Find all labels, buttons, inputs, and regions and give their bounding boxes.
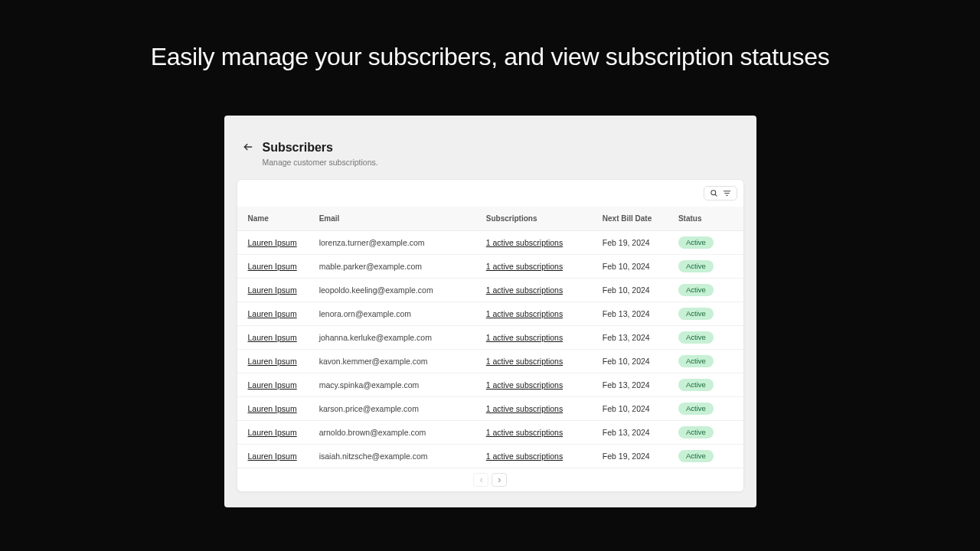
page-header: Subscribers Manage customer subscription…	[237, 140, 744, 179]
subscriptions-link[interactable]: 1 active subscriptions	[486, 380, 563, 390]
col-header-email[interactable]: Email	[313, 207, 480, 231]
status-badge: Active	[678, 450, 714, 462]
table-row: Lauren Ipsumisaiah.nitzsche@example.com1…	[237, 444, 743, 468]
status-badge: Active	[678, 426, 714, 439]
subscriber-email: lorenza.turner@example.com	[313, 230, 480, 254]
next-bill-date: Feb 10, 2024	[596, 278, 672, 302]
chevron-left-icon	[478, 473, 485, 487]
page-subtitle: Manage customer subscriptions.	[263, 158, 378, 167]
status-badge: Active	[678, 260, 714, 272]
hero-title: Easily manage your subscribers, and view…	[0, 0, 980, 71]
table-row: Lauren Ipsummacy.spinka@example.com1 act…	[237, 373, 743, 396]
next-bill-date: Feb 19, 2024	[596, 444, 672, 468]
subscriber-email: lenora.orn@example.com	[313, 302, 480, 325]
table-row: Lauren Ipsumkavon.kemmer@example.com1 ac…	[237, 349, 743, 373]
app-window: Subscribers Manage customer subscription…	[224, 116, 756, 507]
col-header-next-bill[interactable]: Next Bill Date	[596, 207, 672, 231]
pagination	[237, 468, 743, 491]
next-bill-date: Feb 13, 2024	[596, 420, 672, 444]
table-row: Lauren Ipsumkarson.price@example.com1 ac…	[237, 396, 743, 420]
subscriber-email: johanna.kerluke@example.com	[313, 325, 480, 349]
subscriber-email: leopoldo.keeling@example.com	[313, 278, 480, 302]
status-badge: Active	[678, 331, 714, 344]
subscriptions-link[interactable]: 1 active subscriptions	[486, 238, 563, 247]
table-row: Lauren Ipsummable.parker@example.com1 ac…	[237, 254, 743, 278]
subscriber-email: mable.parker@example.com	[313, 254, 480, 278]
next-bill-date: Feb 13, 2024	[596, 373, 672, 396]
table-row: Lauren Ipsumlenora.orn@example.com1 acti…	[237, 302, 743, 325]
subscriber-name-link[interactable]: Lauren Ipsum	[248, 404, 297, 413]
subscribers-card: Name Email Subscriptions Next Bill Date …	[237, 179, 744, 492]
next-bill-date: Feb 13, 2024	[596, 302, 672, 325]
status-badge: Active	[678, 308, 714, 320]
subscriber-email: macy.spinka@example.com	[313, 373, 480, 396]
subscriber-email: isaiah.nitzsche@example.com	[313, 444, 480, 468]
subscriptions-link[interactable]: 1 active subscriptions	[486, 357, 563, 366]
status-badge: Active	[678, 284, 714, 296]
table-toolbar	[237, 180, 743, 207]
table-header-row: Name Email Subscriptions Next Bill Date …	[237, 207, 743, 231]
table-row: Lauren Ipsumlorenza.turner@example.com1 …	[237, 230, 743, 254]
subscriptions-link[interactable]: 1 active subscriptions	[486, 333, 563, 342]
page-title: Subscribers	[263, 140, 378, 156]
page-next-button[interactable]	[492, 473, 507, 487]
next-bill-date: Feb 10, 2024	[596, 396, 672, 420]
subscriber-name-link[interactable]: Lauren Ipsum	[248, 428, 297, 437]
col-header-subscriptions[interactable]: Subscriptions	[480, 207, 596, 231]
subscriber-name-link[interactable]: Lauren Ipsum	[248, 309, 297, 318]
subscriber-name-link[interactable]: Lauren Ipsum	[248, 357, 297, 366]
subscriber-email: arnoldo.brown@example.com	[313, 420, 480, 444]
table-row: Lauren Ipsumleopoldo.keeling@example.com…	[237, 278, 743, 302]
subscriber-name-link[interactable]: Lauren Ipsum	[248, 452, 297, 461]
subscribers-table: Name Email Subscriptions Next Bill Date …	[237, 207, 743, 468]
chevron-right-icon	[496, 473, 503, 487]
search-icon	[710, 189, 718, 197]
page-prev-button[interactable]	[473, 473, 488, 487]
subscriptions-link[interactable]: 1 active subscriptions	[486, 309, 563, 318]
next-bill-date: Feb 10, 2024	[596, 349, 672, 373]
subscriber-name-link[interactable]: Lauren Ipsum	[248, 285, 297, 295]
search-filter-button[interactable]	[704, 186, 737, 201]
status-badge: Active	[678, 236, 714, 249]
status-badge: Active	[678, 379, 714, 391]
subscriber-email: karson.price@example.com	[313, 396, 480, 420]
next-bill-date: Feb 13, 2024	[596, 325, 672, 349]
next-bill-date: Feb 10, 2024	[596, 254, 672, 278]
subscriptions-link[interactable]: 1 active subscriptions	[486, 404, 563, 413]
table-row: Lauren Ipsumarnoldo.brown@example.com1 a…	[237, 420, 743, 444]
subscriber-name-link[interactable]: Lauren Ipsum	[248, 380, 297, 390]
col-header-name[interactable]: Name	[237, 207, 313, 231]
col-header-status[interactable]: Status	[672, 207, 743, 231]
table-row: Lauren Ipsumjohanna.kerluke@example.com1…	[237, 325, 743, 349]
subscriber-name-link[interactable]: Lauren Ipsum	[248, 262, 297, 271]
status-badge: Active	[678, 403, 714, 415]
status-badge: Active	[678, 355, 714, 367]
subscriber-name-link[interactable]: Lauren Ipsum	[248, 333, 297, 342]
back-arrow-icon[interactable]	[243, 142, 253, 152]
subscriptions-link[interactable]: 1 active subscriptions	[486, 428, 563, 437]
svg-line-2	[715, 194, 717, 196]
subscriptions-link[interactable]: 1 active subscriptions	[486, 452, 563, 461]
subscriber-name-link[interactable]: Lauren Ipsum	[248, 238, 297, 247]
subscriber-email: kavon.kemmer@example.com	[313, 349, 480, 373]
next-bill-date: Feb 19, 2024	[596, 230, 672, 254]
filter-icon	[723, 189, 731, 197]
subscriptions-link[interactable]: 1 active subscriptions	[486, 285, 563, 295]
subscriptions-link[interactable]: 1 active subscriptions	[486, 262, 563, 271]
